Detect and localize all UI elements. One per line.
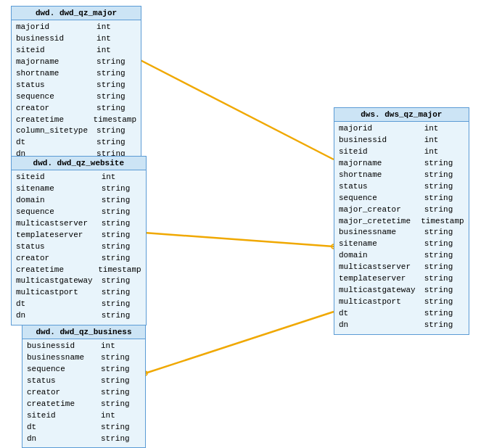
table-row: sitenamestring: [339, 238, 464, 250]
table-row: sequencestring: [339, 193, 464, 204]
table-row: siteidint: [27, 410, 141, 422]
table-row: statusstring: [339, 181, 464, 193]
table-row: column_sitetypestring: [16, 125, 136, 137]
table-row: multicastportstring: [339, 296, 464, 308]
table-row: multicastserverstring: [339, 262, 464, 273]
table-row: siteidint: [339, 146, 464, 158]
table-row: majoridint: [339, 123, 464, 135]
table-row: major_creatorstring: [339, 204, 464, 216]
table-row: businessnamestring: [27, 352, 141, 364]
table-row: majornamestring: [16, 57, 136, 68]
table-row: sequencestring: [27, 364, 141, 376]
table-row: multicastportstring: [16, 287, 141, 299]
table-row: creatorstring: [16, 253, 141, 265]
table-row: businessidint: [339, 135, 464, 146]
svg-line-0: [129, 54, 334, 159]
table-row: businessidint: [16, 33, 136, 45]
table-dwd-qz-major: dwd. dwd_qz_major majoridint businessidi…: [11, 6, 141, 164]
table-row: majornamestring: [339, 158, 464, 170]
table-row: templateserverstring: [339, 273, 464, 285]
table-row: templateserverstring: [16, 230, 141, 241]
table-row: multicastgatewaystring: [16, 275, 141, 287]
table-row: createtimestring: [27, 399, 141, 410]
table-row: businessnamestring: [339, 227, 464, 238]
table-row: statusstring: [27, 376, 141, 387]
table-row: businessidint: [27, 341, 141, 352]
table-body-dwd-qz-major: majoridint businessidint siteidint major…: [12, 20, 141, 163]
table-header-dwd-qz-business: dwd. dwd_qz_business: [22, 325, 145, 339]
table-row: sitenamestring: [16, 183, 141, 195]
table-dws-qz-major: dws. dws_qz_major majoridint businessidi…: [334, 107, 469, 335]
svg-line-2: [145, 312, 334, 373]
table-body-dws-qz-major: majoridint businessidint siteidint major…: [334, 122, 469, 334]
table-row: dnstring: [16, 310, 141, 322]
table-row: dtstring: [339, 308, 464, 320]
table-row: sequencestring: [16, 207, 141, 218]
table-header-dws-qz-major: dws. dws_qz_major: [334, 108, 469, 122]
table-row: createtimetimestamp: [16, 265, 141, 276]
table-dwd-qz-business: dwd. dwd_qz_business businessidint busin…: [22, 325, 146, 448]
table-row: dtstring: [16, 137, 136, 149]
table-row: majoridint: [16, 22, 136, 33]
table-row: shortnamestring: [16, 68, 136, 80]
table-row: siteidint: [16, 172, 141, 183]
table-row: domainstring: [16, 195, 141, 207]
table-dwd-qz-website: dwd. dwd_qz_website siteidint sitenamest…: [11, 156, 147, 325]
table-header-dwd-qz-major: dwd. dwd_qz_major: [12, 7, 141, 20]
table-row: sequencestring: [16, 91, 136, 103]
table-row: siteidint: [16, 45, 136, 57]
table-row: statusstring: [16, 80, 136, 91]
table-row: statusstring: [16, 241, 141, 253]
table-row: multicastgatewaystring: [339, 285, 464, 296]
table-row: dnstring: [339, 320, 464, 331]
table-row: shortnamestring: [339, 170, 464, 181]
table-row: dtstring: [27, 422, 141, 434]
table-body-dwd-qz-business: businessidint businessnamestring sequenc…: [22, 339, 145, 447]
table-body-dwd-qz-website: siteidint sitenamestring domainstring se…: [12, 170, 146, 325]
table-row: createtimetimestamp: [16, 115, 136, 126]
table-row: major_cretetimetimestamp: [339, 216, 464, 228]
table-row: domainstring: [339, 250, 464, 262]
table-row: multicastserverstring: [16, 218, 141, 230]
table-row: dnstring: [27, 434, 141, 445]
table-row: dtstring: [16, 299, 141, 310]
table-header-dwd-qz-website: dwd. dwd_qz_website: [12, 157, 146, 170]
svg-line-1: [134, 232, 334, 246]
table-row: creatorstring: [16, 103, 136, 115]
table-row: creatorstring: [27, 387, 141, 399]
